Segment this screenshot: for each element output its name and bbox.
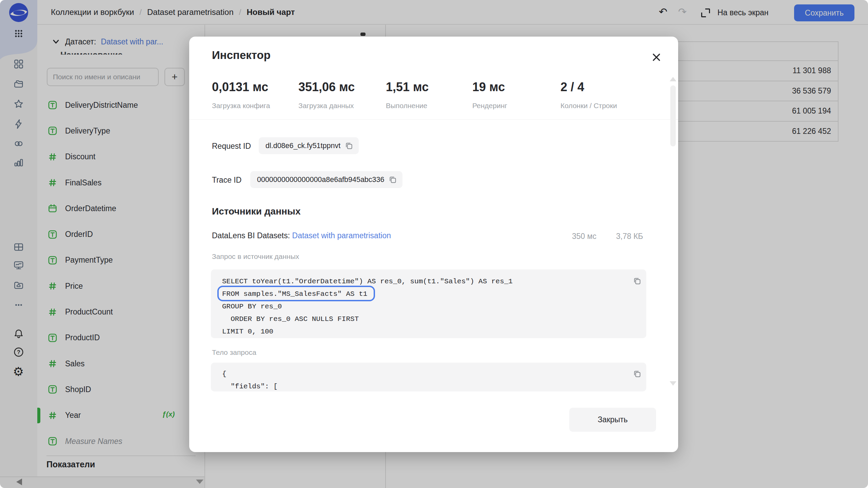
close-icon[interactable]: [649, 50, 664, 65]
trace-id-value: 0000000000000000a8e6afb945abc336: [257, 176, 384, 184]
inspector-modal: Инспектор 0,0131 мсЗагрузка конфига351,0…: [189, 37, 678, 452]
stat-4: 2 / 4Колонки / Строки: [560, 80, 617, 110]
datalens-chart-editor-screen: Коллекции и воркбуки / Dataset parametri…: [0, 0, 868, 488]
stat-1: 351,06 мсЗагрузка данных: [298, 80, 355, 110]
body-code-block: { "fields": [: [211, 363, 646, 391]
scrollbar-up-icon[interactable]: [670, 77, 676, 81]
trace-id-label: Trace ID: [212, 176, 241, 185]
stat-value: 19 мс: [472, 80, 507, 94]
data-sources-heading: Источники данных: [212, 206, 301, 217]
stat-value: 0,0131 мс: [212, 80, 270, 94]
copy-icon[interactable]: [633, 369, 642, 378]
modal-title: Инспектор: [212, 49, 271, 62]
stat-label: Выполнение: [386, 102, 429, 110]
stat-3: 19 мсРендеринг: [472, 80, 507, 110]
code-line: {: [222, 368, 646, 380]
source-time: 350 мс: [572, 232, 596, 241]
stat-value: 1,51 мс: [386, 80, 429, 94]
stat-label: Загрузка конфига: [212, 102, 270, 110]
copy-icon[interactable]: [388, 175, 397, 184]
code-line: "fields": [: [222, 380, 646, 391]
stat-label: Загрузка данных: [298, 102, 355, 110]
source-size: 3,78 КБ: [616, 232, 643, 241]
request-id-value: dl.d08e6_ck.fy51tppnvt: [265, 142, 340, 150]
source-type-label: DataLens BI Datasets: Dataset with param…: [212, 231, 391, 240]
close-modal-button[interactable]: Закрыть: [569, 408, 656, 432]
stat-value: 2 / 4: [560, 80, 617, 94]
stat-2: 1,51 мсВыполнение: [386, 80, 429, 110]
stat-value: 351,06 мс: [298, 80, 355, 94]
stat-0: 0,0131 мсЗагрузка конфига: [212, 80, 270, 110]
sql-code-block: SELECT toYear(t1."OrderDatetime") AS res…: [211, 269, 646, 338]
code-line: LIMIT 0, 100: [222, 325, 646, 338]
copy-icon[interactable]: [633, 277, 642, 285]
query-caption: Запрос в источник данных: [212, 252, 299, 261]
body-caption: Тело запроса: [212, 348, 256, 357]
header-divider: [189, 119, 678, 120]
code-line: ORDER BY res_0 ASC NULLS FIRST: [222, 313, 646, 325]
trace-id-chip: 0000000000000000a8e6afb945abc336: [250, 171, 402, 188]
source-dataset-link[interactable]: Dataset with parametrisation: [292, 231, 391, 240]
stat-label: Рендеринг: [472, 102, 507, 110]
code-line: GROUP BY res_0: [222, 300, 646, 313]
sql-highlight-box: [217, 286, 375, 301]
stat-label: Колонки / Строки: [560, 102, 617, 110]
scrollbar-thumb[interactable]: [670, 85, 676, 146]
request-id-chip: dl.d08e6_ck.fy51tppnvt: [259, 137, 359, 154]
request-id-label: Request ID: [212, 142, 251, 151]
scrollbar-down-icon[interactable]: [670, 381, 676, 386]
copy-icon[interactable]: [344, 141, 353, 150]
